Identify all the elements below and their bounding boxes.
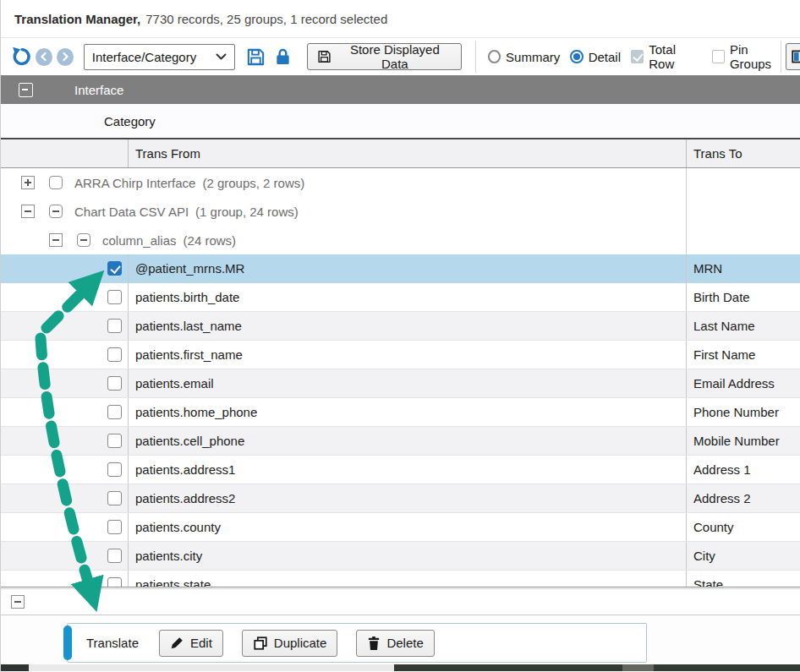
row-checkbox[interactable] — [107, 319, 122, 333]
trans-to-cell[interactable]: Address 2 — [686, 484, 800, 512]
row-checkbox[interactable] — [107, 491, 122, 505]
group-checkbox[interactable] — [49, 205, 63, 218]
tree-row-trans-to-cell — [686, 168, 800, 197]
summary-radio-label[interactable]: Summary — [506, 50, 560, 64]
trans-from-cell[interactable]: patients.cell_phone — [128, 427, 686, 455]
table-row[interactable]: patients.countyCounty — [1, 513, 800, 542]
group-meta: (1 group, 24 rows) — [195, 205, 299, 219]
group-label[interactable]: column_alias — [102, 233, 177, 248]
group-checkbox[interactable] — [77, 233, 90, 247]
trans-from-cell[interactable]: patients.last_name — [128, 312, 686, 340]
trans-from-cell[interactable]: patients.first_name — [128, 341, 686, 369]
expand-group-icon[interactable] — [21, 176, 35, 189]
edit-button[interactable]: Edit — [159, 630, 223, 657]
translate-panel-label: Translate — [86, 636, 139, 650]
table-row[interactable]: patients.address2Address 2 — [1, 484, 800, 513]
group-meta: (2 groups, 2 rows) — [202, 176, 304, 190]
desktop-edge-strip — [1, 664, 800, 671]
trans-to-column-header[interactable]: Trans To — [686, 139, 800, 167]
summary-radio[interactable] — [488, 50, 501, 63]
tree-row: column_alias(24 rows) — [1, 226, 800, 254]
trans-to-cell[interactable]: First Name — [686, 341, 800, 369]
table-row[interactable]: patients.emailEmail Address — [1, 369, 800, 398]
trans-to-cell[interactable]: City — [686, 542, 800, 570]
trans-to-cell[interactable]: Last Name — [686, 312, 800, 340]
detail-radio-label[interactable]: Detail — [589, 50, 621, 64]
table-row[interactable]: patients.birth_dateBirth Date — [1, 283, 800, 312]
nav-back-icon[interactable] — [36, 48, 52, 66]
trans-from-cell[interactable]: @patient_mrns.MR — [128, 254, 686, 282]
table-row[interactable]: patients.cityCity — [1, 542, 800, 571]
row-checkbox-cell — [1, 513, 128, 541]
lock-icon[interactable] — [274, 47, 292, 66]
table-row[interactable]: patients.stateState — [1, 571, 800, 587]
trans-to-cell[interactable]: County — [686, 513, 800, 541]
trans-from-cell[interactable]: patients.city — [128, 542, 686, 570]
tree-row-cell: column_alias(24 rows) — [1, 226, 686, 254]
group-label[interactable]: ARRA Chirp Interface — [74, 176, 195, 190]
collapse-group-icon[interactable] — [49, 233, 63, 247]
group-meta: (24 rows) — [184, 233, 237, 248]
trans-from-cell[interactable]: patients.county — [128, 513, 686, 541]
row-checkbox[interactable] — [107, 520, 122, 534]
pin-groups-checkbox[interactable] — [712, 50, 725, 63]
trans-to-cell[interactable]: MRN — [686, 254, 800, 282]
row-checkbox-cell — [1, 254, 128, 282]
trans-to-cell[interactable]: Birth Date — [686, 283, 800, 311]
trans-from-cell[interactable]: patients.state — [128, 571, 686, 587]
row-checkbox-cell — [1, 427, 128, 455]
interface-group-bar: Interface — [1, 75, 800, 104]
row-checkbox[interactable] — [107, 549, 122, 563]
row-checkbox-cell — [1, 341, 128, 369]
row-checkbox[interactable] — [107, 347, 122, 362]
row-checkbox-cell — [1, 571, 128, 587]
total-row-label[interactable]: Total Row — [649, 42, 701, 71]
column-layout-icon — [792, 49, 800, 64]
view-mode-select[interactable]: Interface/Category — [84, 44, 235, 70]
table-row[interactable]: @patient_mrns.MRMRN — [1, 254, 800, 283]
group-checkbox[interactable] — [49, 176, 63, 189]
row-checkbox[interactable] — [107, 577, 122, 587]
toolbar: Interface/Category Store Displayed Data … — [1, 38, 800, 75]
table-row[interactable]: patients.cell_phoneMobile Number — [1, 427, 800, 456]
nav-forward-icon[interactable] — [57, 48, 74, 66]
collapse-interface-icon[interactable] — [19, 83, 33, 97]
trans-from-cell[interactable]: patients.home_phone — [128, 398, 686, 426]
row-checkbox[interactable] — [107, 405, 122, 419]
trans-to-cell[interactable]: State — [686, 571, 800, 587]
trans-from-column-header[interactable]: Trans From — [128, 139, 686, 167]
row-checkbox[interactable] — [107, 376, 122, 391]
tree-row-trans-to-cell — [686, 197, 800, 226]
collapse-bottom-panel-icon[interactable] — [11, 595, 25, 609]
trans-from-cell[interactable]: patients.birth_date — [128, 283, 686, 311]
trans-from-cell[interactable]: patients.address2 — [128, 484, 686, 512]
trans-to-cell[interactable]: Email Address — [686, 369, 800, 397]
collapse-group-icon[interactable] — [21, 205, 35, 218]
row-checkbox[interactable] — [107, 462, 122, 477]
undo-icon[interactable] — [11, 46, 31, 67]
trans-from-cell[interactable]: patients.email — [128, 369, 686, 397]
table-row[interactable]: patients.address1Address 1 — [1, 456, 800, 484]
row-checkbox-checked[interactable] — [107, 261, 122, 276]
group-label[interactable]: Chart Data CSV API — [74, 205, 189, 219]
table-row[interactable]: patients.last_nameLast Name — [1, 312, 800, 341]
row-checkbox[interactable] — [107, 434, 122, 448]
row-checkbox[interactable] — [107, 290, 122, 304]
bottom-panel-collapse-row — [1, 589, 800, 615]
column-layout-button[interactable] — [786, 43, 800, 70]
store-displayed-data-button[interactable]: Store Displayed Data — [307, 43, 462, 70]
duplicate-button[interactable]: Duplicate — [242, 630, 338, 657]
save-view-icon[interactable] — [246, 47, 266, 67]
trans-from-cell[interactable]: patients.address1 — [128, 456, 686, 484]
trans-to-cell[interactable]: Mobile Number — [686, 427, 800, 455]
trans-to-cell[interactable]: Address 1 — [686, 456, 800, 484]
table-row[interactable]: patients.first_nameFirst Name — [1, 341, 800, 369]
trans-to-cell[interactable]: Phone Number — [686, 398, 800, 426]
table-row[interactable]: patients.home_phonePhone Number — [1, 398, 800, 427]
toolbar-divider-right — [781, 41, 781, 73]
delete-button[interactable]: Delete — [356, 630, 434, 657]
total-row-checkbox[interactable] — [631, 50, 644, 63]
detail-radio[interactable] — [570, 50, 583, 63]
page-title: Translation Manager, — [14, 12, 140, 26]
translate-panel: Translate Edit Duplicate Delete — [67, 623, 647, 663]
